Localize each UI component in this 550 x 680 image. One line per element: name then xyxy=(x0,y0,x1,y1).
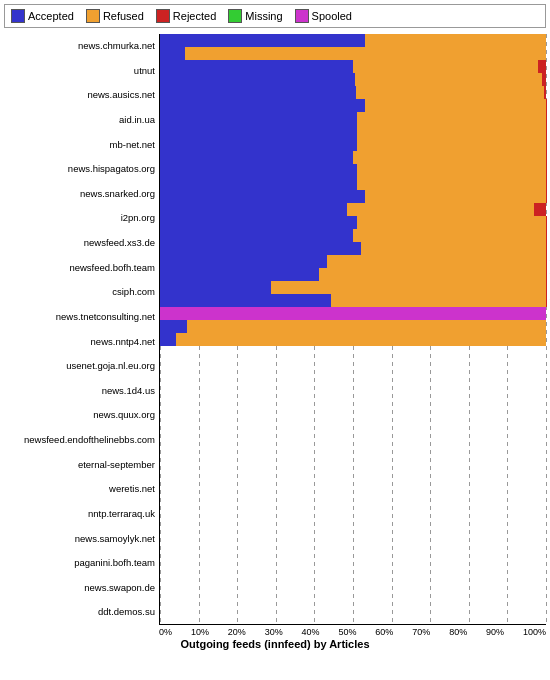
bar-row: 37 0 xyxy=(160,333,546,346)
bar-track: 5239 3 xyxy=(160,203,546,216)
bar-track: 4256 2 xyxy=(160,268,546,281)
bar-segment-accepted xyxy=(160,229,353,242)
bar-segment-refused xyxy=(356,86,544,99)
bar-track: 6276 3 xyxy=(160,216,546,229)
bar-segment-refused xyxy=(365,34,546,47)
y-label: news.nntp4.net xyxy=(4,337,155,347)
bar-segment-rejected xyxy=(538,60,546,73)
bar-track: 7216 9 xyxy=(160,99,546,112)
x-axis-label: 70% xyxy=(412,627,430,637)
bar-segment-refused xyxy=(365,190,546,203)
bar-segment-accepted xyxy=(160,125,357,138)
legend-label-spooled: Spooled xyxy=(312,10,352,22)
x-axis-label: 90% xyxy=(486,627,504,637)
bar-segment-refused xyxy=(327,255,546,268)
x-axis-label: 100% xyxy=(523,627,546,637)
bar-segment-accepted xyxy=(160,86,356,99)
bar-segment-refused xyxy=(357,177,546,190)
bar-track: 6119 3 xyxy=(160,151,546,164)
bar-segment-refused xyxy=(355,73,542,86)
chart-container: AcceptedRefusedRejectedMissingSpooled ne… xyxy=(0,0,550,680)
bar-track: 6351 72 xyxy=(160,73,546,86)
bar-segment-accepted xyxy=(160,138,357,151)
y-label: weretis.net xyxy=(4,484,155,494)
legend-item-missing: Missing xyxy=(228,9,282,23)
bar-row: 4946 3 xyxy=(160,255,546,268)
x-axis-label: 60% xyxy=(375,627,393,637)
legend-item-accepted: Accepted xyxy=(11,9,74,23)
bar-track: 6222 3 xyxy=(160,138,546,151)
y-label: news.tnetconsulting.net xyxy=(4,312,155,322)
y-label: utnut xyxy=(4,66,155,76)
bar-track: 4777 2 xyxy=(160,294,546,307)
bar-row: 6185 3 xyxy=(160,229,546,242)
bar-track: 6246 8 xyxy=(160,112,546,125)
bar-segment-refused xyxy=(347,203,534,216)
bar-segment-accepted xyxy=(160,268,319,281)
bar-row: 6154 2803 xyxy=(160,34,546,47)
bar-segment-accepted xyxy=(160,294,331,307)
bar-row: 6246 8 xyxy=(160,112,546,125)
bar-track: 6247 6 xyxy=(160,125,546,138)
bar-row: 11619 0 xyxy=(160,307,546,320)
y-label: mb-net.net xyxy=(4,140,155,150)
bar-segment-accepted xyxy=(160,47,185,60)
bar-row: 6332 3 xyxy=(160,177,546,190)
bar-track: 5083 138 xyxy=(160,60,546,73)
bar-segment-accepted xyxy=(160,60,353,73)
bar-track: 2780 2 xyxy=(160,281,546,294)
grid-line xyxy=(546,34,547,624)
bar-segment-accepted xyxy=(160,34,365,47)
bar-segment-accepted xyxy=(160,177,357,190)
bar-segment-refused xyxy=(353,151,546,164)
bar-segment-refused xyxy=(357,138,546,151)
bar-segment-refused xyxy=(185,47,546,60)
bar-segment-accepted xyxy=(160,73,355,86)
y-label: news.1d4.us xyxy=(4,386,155,396)
x-axis-labels: 0%10%20%30%40%50%60%70%80%90%100% xyxy=(4,627,546,637)
x-axis-label: 80% xyxy=(449,627,467,637)
y-label: ddt.demos.su xyxy=(4,607,155,617)
y-label: news.hispagatos.org xyxy=(4,164,155,174)
x-axis-label: 30% xyxy=(265,627,283,637)
bar-track: 11619 0 xyxy=(160,307,546,320)
bar-segment-refused xyxy=(176,333,546,346)
bars-area: 6154 28036330 13475083 1386351 726144 16… xyxy=(159,34,546,625)
bar-segment-accepted xyxy=(160,99,365,112)
y-label: newsfeed.endofthelinebbs.com xyxy=(4,435,155,445)
y-label: usenet.goja.nl.eu.org xyxy=(4,361,155,371)
bar-segment-accepted xyxy=(160,190,365,203)
legend: AcceptedRefusedRejectedMissingSpooled xyxy=(4,4,546,28)
bar-segment-refused xyxy=(353,229,546,242)
bar-row: 4256 2 xyxy=(160,268,546,281)
y-label: nntp.terraraq.uk xyxy=(4,509,155,519)
bar-track: 6154 2803 xyxy=(160,34,546,47)
bar-track: 613 0 xyxy=(160,320,546,333)
y-label: news.ausics.net xyxy=(4,90,155,100)
x-axis-title: Outgoing feeds (innfeed) by Articles xyxy=(4,638,546,650)
chart-area: news.chmurka.netutnutnews.ausics.netaid.… xyxy=(0,32,550,680)
legend-color-refused xyxy=(86,9,100,23)
bar-segment-refused xyxy=(353,60,538,73)
bar-row: 6293 3 xyxy=(160,164,546,177)
x-axis-label: 0% xyxy=(159,627,172,637)
legend-color-missing xyxy=(228,9,242,23)
bar-track: 6373 3 xyxy=(160,242,546,255)
y-label: i2pn.org xyxy=(4,213,155,223)
legend-item-spooled: Spooled xyxy=(295,9,352,23)
bar-segment-accepted xyxy=(160,112,357,125)
x-axis-label: 50% xyxy=(338,627,356,637)
legend-item-refused: Refused xyxy=(86,9,144,23)
legend-color-spooled xyxy=(295,9,309,23)
bar-segment-accepted xyxy=(160,242,361,255)
bar-segment-accepted xyxy=(160,203,347,216)
bar-segment-accepted xyxy=(160,216,357,229)
bar-row: 6247 6 xyxy=(160,125,546,138)
bar-track: 6293 3 xyxy=(160,164,546,177)
bar-row: 4777 2 xyxy=(160,294,546,307)
bar-segment-refused xyxy=(357,125,546,138)
y-label: news.chmurka.net xyxy=(4,41,155,51)
legend-item-rejected: Rejected xyxy=(156,9,216,23)
legend-label-refused: Refused xyxy=(103,10,144,22)
bar-track: 37 0 xyxy=(160,333,546,346)
